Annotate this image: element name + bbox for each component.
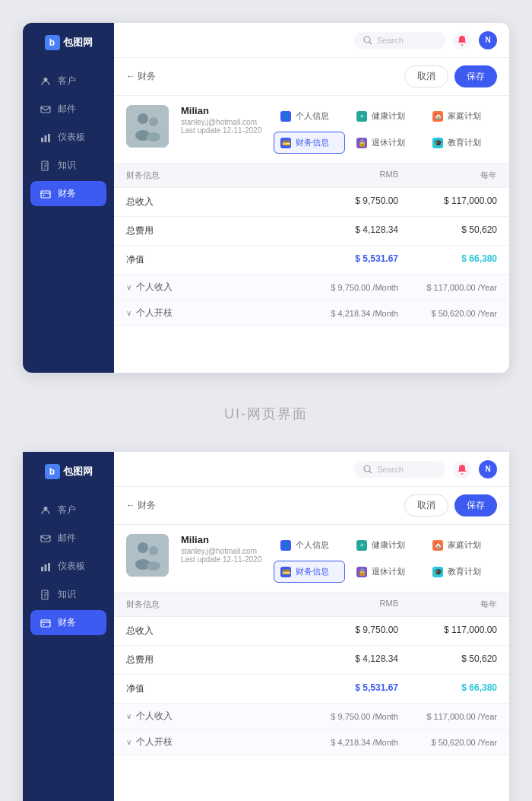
expand2-label-1: ∨ 个人收入: [114, 704, 312, 729]
profile-email: stanley.j@hotmail.com: [181, 118, 261, 126]
knowledge-icon: [40, 160, 52, 172]
svg-rect-21: [41, 620, 50, 627]
save-button2[interactable]: 保存: [454, 494, 497, 517]
logo2-icon: b: [45, 464, 60, 479]
chevron2-2-icon: ∨: [126, 738, 131, 746]
row2-3-label: 净值: [114, 675, 312, 703]
page-header2: ← 财务 取消 保存: [114, 487, 509, 525]
client2-icon: [40, 504, 52, 517]
menu-health[interactable]: + 健康计划: [350, 105, 421, 127]
profile-section2: Milian stanley.j@hotmail.com Last update…: [114, 525, 509, 593]
svg-point-8: [364, 37, 370, 43]
sidebar-item-mail[interactable]: 邮件: [30, 97, 106, 122]
health-icon: +: [356, 111, 367, 122]
menu2-retire[interactable]: 🔒 退休计划: [350, 561, 421, 583]
svg-rect-18: [45, 564, 47, 571]
svg-rect-1: [41, 106, 50, 113]
search-box2[interactable]: Search: [354, 461, 445, 478]
svg-rect-3: [45, 135, 47, 142]
cancel-button2[interactable]: 取消: [404, 494, 448, 517]
family-icon: 🏠: [432, 111, 443, 122]
expand-row-2[interactable]: ∨ 个人开枝 $ 4,218.34 /Month $ 50,620.00 /Ye…: [114, 300, 509, 326]
user-avatar2[interactable]: N: [479, 460, 497, 478]
cancel-button[interactable]: 取消: [404, 65, 448, 87]
ui-preview-card: b 包图网 客户: [23, 23, 509, 373]
sidebar2-item-finance[interactable]: 财务: [30, 610, 106, 635]
sidebar-item-client[interactable]: 客户: [30, 68, 106, 94]
table2-row2: 总费用 $ 4,128.34 $ 50,620: [114, 646, 509, 675]
save-button[interactable]: 保存: [454, 65, 497, 87]
main-content: Search N ← 财务 取消 保: [114, 23, 509, 373]
back-nav[interactable]: ← 财务: [126, 70, 156, 83]
sidebar2-item-dashboard[interactable]: 仪表板: [30, 554, 106, 579]
menu-finance[interactable]: 💳 财务信息: [274, 132, 345, 154]
table2-row3-net: 净值 $ 5,531.67 $ 66,380: [114, 675, 509, 704]
chevron2-icon: ∨: [126, 712, 131, 720]
menu-personal[interactable]: 👤 个人信息: [274, 105, 345, 127]
expand-row-1[interactable]: ∨ 个人收入 $ 9,750.00 /Month $ 117,000.00 /Y…: [114, 275, 509, 300]
sidebar2-item-client[interactable]: 客户: [30, 497, 106, 523]
svg-point-24: [461, 473, 463, 475]
notification2-icon[interactable]: [453, 460, 471, 478]
user-avatar[interactable]: N: [479, 31, 497, 49]
row3-yearly: $ 66,380: [410, 246, 509, 274]
sidebar2: b 包图网 客户: [23, 452, 114, 801]
table2-row1: 总收入 $ 9,750.00 $ 117,000.00: [114, 617, 509, 646]
svg-point-15: [44, 507, 48, 510]
sidebar-nav: 客户 邮件: [23, 68, 114, 206]
row2-2-rmb: $ 4,128.34: [312, 646, 410, 674]
svg-point-7: [43, 195, 45, 196]
expand-rmb-1: $ 9,750.00 /Month: [312, 275, 410, 300]
expand2-yearly-2: $ 50,620.00 /Year: [410, 729, 509, 755]
expand2-row-1[interactable]: ∨ 个人收入 $ 9,750.00 /Month $ 117,000.00 /Y…: [114, 704, 509, 729]
logo-text: 包图网: [63, 36, 93, 49]
menu-family[interactable]: 🏠 家庭计划: [426, 105, 497, 127]
table-row-net: 净值 $ 5,531.67 $ 66,380: [114, 246, 509, 275]
svg-point-9: [461, 44, 463, 46]
menu2-edu[interactable]: 🎓 教育计划: [426, 561, 497, 583]
sidebar2-item-knowledge[interactable]: 知识: [30, 582, 106, 607]
finance-menu-icon: 💳: [280, 138, 291, 148]
search-icon: [363, 36, 372, 45]
svg-point-12: [149, 117, 158, 126]
menu2-finance[interactable]: 💳 财务信息: [274, 561, 345, 583]
expand2-label-2: ∨ 个人开枝: [114, 729, 312, 755]
search-box[interactable]: Search: [354, 32, 445, 49]
expand-label-2: ∨ 个人开枝: [114, 300, 312, 326]
svg-rect-16: [41, 536, 50, 542]
profile-menu2: 👤 个人信息 + 健康计划 🏠 家庭计划 💳 财务信息: [274, 534, 497, 583]
avatar-image2: [126, 534, 169, 577]
menu-edu[interactable]: 🎓 教育计划: [426, 132, 497, 154]
sidebar2-item-mail[interactable]: 邮件: [30, 526, 106, 551]
back-nav2[interactable]: ← 财务: [126, 499, 156, 512]
menu2-health[interactable]: + 健康计划: [350, 534, 421, 556]
svg-rect-19: [48, 563, 50, 571]
sidebar-item-finance[interactable]: 财务: [30, 181, 106, 206]
page-header: ← 财务 取消 保存: [114, 58, 509, 96]
menu2-personal[interactable]: 👤 个人信息: [274, 534, 345, 556]
health2-icon: +: [356, 540, 367, 551]
row2-yearly: $ 50,620: [410, 217, 509, 245]
family2-icon: 🏠: [432, 540, 443, 551]
profile-info: Milian stanley.j@hotmail.com Last update…: [181, 105, 261, 135]
svg-rect-17: [41, 567, 43, 571]
row2-rmb: $ 4,128.34: [312, 217, 410, 245]
expand-label-1: ∨ 个人收入: [114, 275, 312, 300]
table-header2: 财务信息 RMB 每年: [114, 593, 509, 617]
row3-rmb: $ 5,531.67: [312, 246, 410, 274]
col-label: 财务信息: [114, 164, 312, 187]
col-yearly: 每年: [410, 164, 509, 187]
sidebar2-logo: b 包图网: [36, 464, 102, 479]
menu2-family[interactable]: 🏠 家庭计划: [426, 534, 497, 556]
dashboard2-icon: [40, 561, 52, 573]
row1-label: 总收入: [114, 188, 312, 216]
row1-yearly: $ 117,000.00: [410, 188, 509, 216]
notification-icon[interactable]: [453, 31, 471, 49]
personal2-icon: 👤: [280, 540, 291, 551]
expand2-row-2[interactable]: ∨ 个人开枝 $ 4,218.34 /Month $ 50,620.00 /Ye…: [114, 729, 509, 755]
sidebar-item-dashboard[interactable]: 仪表板: [30, 125, 106, 150]
sidebar-item-knowledge[interactable]: 知识: [30, 153, 106, 178]
finance-icon: [40, 188, 52, 200]
menu-retire[interactable]: 🔒 退休计划: [350, 132, 421, 154]
client-icon: [40, 75, 52, 87]
